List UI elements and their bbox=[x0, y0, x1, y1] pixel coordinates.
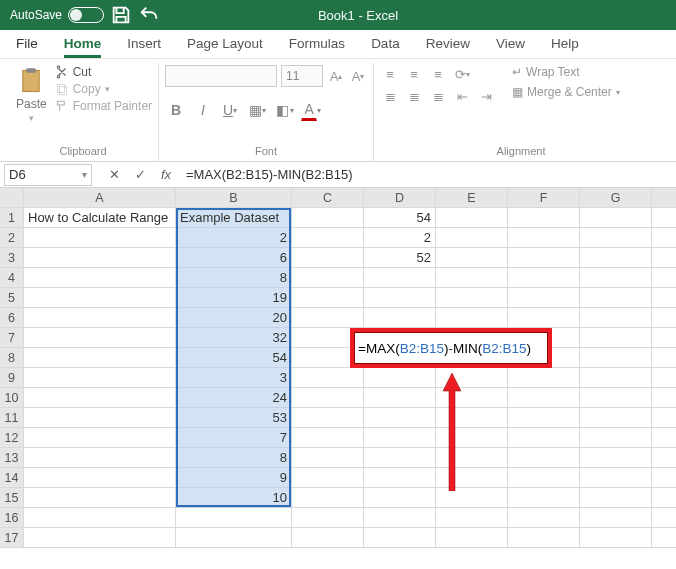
cell-G11[interactable] bbox=[580, 408, 652, 428]
cell-H5[interactable] bbox=[652, 288, 676, 308]
cell-D4[interactable] bbox=[364, 268, 436, 288]
name-box[interactable]: D6 ▾ bbox=[4, 164, 92, 186]
accept-formula-icon[interactable]: ✓ bbox=[128, 164, 152, 186]
cell-G2[interactable] bbox=[580, 228, 652, 248]
tab-review[interactable]: Review bbox=[426, 36, 470, 58]
cell-G3[interactable] bbox=[580, 248, 652, 268]
cell-D17[interactable] bbox=[364, 528, 436, 548]
cell-C1[interactable] bbox=[292, 208, 364, 228]
cell-H6[interactable] bbox=[652, 308, 676, 328]
cell-G15[interactable] bbox=[580, 488, 652, 508]
align-middle-icon[interactable]: ≡ bbox=[404, 65, 424, 83]
cell-C15[interactable] bbox=[292, 488, 364, 508]
italic-button[interactable]: I bbox=[192, 99, 214, 121]
cell-F5[interactable] bbox=[508, 288, 580, 308]
cell-D6[interactable] bbox=[364, 308, 436, 328]
tab-view[interactable]: View bbox=[496, 36, 525, 58]
cell-G8[interactable] bbox=[580, 348, 652, 368]
row-header-3[interactable]: 3 bbox=[0, 248, 24, 268]
cell-H2[interactable] bbox=[652, 228, 676, 248]
cell-E6[interactable] bbox=[436, 308, 508, 328]
increase-font-icon[interactable]: A▴ bbox=[327, 65, 345, 87]
font-name-select[interactable] bbox=[165, 65, 277, 87]
cell-F3[interactable] bbox=[508, 248, 580, 268]
cell-C10[interactable] bbox=[292, 388, 364, 408]
paste-button[interactable]: Paste ▾ bbox=[14, 65, 49, 125]
cell-H11[interactable] bbox=[652, 408, 676, 428]
row-header-15[interactable]: 15 bbox=[0, 488, 24, 508]
cell-G4[interactable] bbox=[580, 268, 652, 288]
spreadsheet-grid[interactable]: ABCDEFGH1How to Calculate RangeExample D… bbox=[0, 188, 676, 548]
row-header-10[interactable]: 10 bbox=[0, 388, 24, 408]
cell-F14[interactable] bbox=[508, 468, 580, 488]
cell-A5[interactable] bbox=[24, 288, 176, 308]
cell-F2[interactable] bbox=[508, 228, 580, 248]
cell-G5[interactable] bbox=[580, 288, 652, 308]
row-header-4[interactable]: 4 bbox=[0, 268, 24, 288]
cell-E4[interactable] bbox=[436, 268, 508, 288]
cell-B3[interactable]: 6 bbox=[176, 248, 292, 268]
cell-D3[interactable]: 52 bbox=[364, 248, 436, 268]
cell-G1[interactable] bbox=[580, 208, 652, 228]
cell-B16[interactable] bbox=[176, 508, 292, 528]
tab-file[interactable]: File bbox=[16, 36, 38, 58]
cell-C3[interactable] bbox=[292, 248, 364, 268]
cell-A6[interactable] bbox=[24, 308, 176, 328]
cell-H10[interactable] bbox=[652, 388, 676, 408]
cell-G7[interactable] bbox=[580, 328, 652, 348]
cell-H3[interactable] bbox=[652, 248, 676, 268]
cell-H17[interactable] bbox=[652, 528, 676, 548]
cell-F4[interactable] bbox=[508, 268, 580, 288]
cell-H12[interactable] bbox=[652, 428, 676, 448]
cell-B2[interactable]: 2 bbox=[176, 228, 292, 248]
cell-B10[interactable]: 24 bbox=[176, 388, 292, 408]
cell-D13[interactable] bbox=[364, 448, 436, 468]
cut-button[interactable]: Cut bbox=[55, 65, 152, 79]
cell-H7[interactable] bbox=[652, 328, 676, 348]
cell-B8[interactable]: 54 bbox=[176, 348, 292, 368]
cell-F6[interactable] bbox=[508, 308, 580, 328]
cell-B13[interactable]: 8 bbox=[176, 448, 292, 468]
row-header-14[interactable]: 14 bbox=[0, 468, 24, 488]
wrap-text-button[interactable]: ↵Wrap Text bbox=[512, 65, 620, 79]
cell-F1[interactable] bbox=[508, 208, 580, 228]
cell-H14[interactable] bbox=[652, 468, 676, 488]
cell-B9[interactable]: 3 bbox=[176, 368, 292, 388]
cell-E3[interactable] bbox=[436, 248, 508, 268]
row-header-11[interactable]: 11 bbox=[0, 408, 24, 428]
cell-B6[interactable]: 20 bbox=[176, 308, 292, 328]
save-icon[interactable] bbox=[110, 4, 132, 26]
align-top-icon[interactable]: ≡ bbox=[380, 65, 400, 83]
orientation-icon[interactable]: ⟳▾ bbox=[452, 65, 472, 83]
align-right-icon[interactable]: ≣ bbox=[428, 87, 448, 105]
cell-B11[interactable]: 53 bbox=[176, 408, 292, 428]
row-header-5[interactable]: 5 bbox=[0, 288, 24, 308]
cell-A1[interactable]: How to Calculate Range bbox=[24, 208, 176, 228]
col-header-A[interactable]: A bbox=[24, 188, 176, 208]
align-bottom-icon[interactable]: ≡ bbox=[428, 65, 448, 83]
underline-button[interactable]: U▾ bbox=[219, 99, 241, 121]
cell-B1[interactable]: Example Dataset bbox=[176, 208, 292, 228]
cell-G14[interactable] bbox=[580, 468, 652, 488]
col-header-C[interactable]: C bbox=[292, 188, 364, 208]
cell-D1[interactable]: 54 bbox=[364, 208, 436, 228]
cell-B5[interactable]: 19 bbox=[176, 288, 292, 308]
merge-center-button[interactable]: ▦Merge & Center▾ bbox=[512, 85, 620, 99]
cell-G16[interactable] bbox=[580, 508, 652, 528]
cell-C14[interactable] bbox=[292, 468, 364, 488]
row-header-6[interactable]: 6 bbox=[0, 308, 24, 328]
cell-F16[interactable] bbox=[508, 508, 580, 528]
cell-C17[interactable] bbox=[292, 528, 364, 548]
cell-F12[interactable] bbox=[508, 428, 580, 448]
cancel-formula-icon[interactable]: ✕ bbox=[102, 164, 126, 186]
font-size-select[interactable] bbox=[281, 65, 323, 87]
cell-A12[interactable] bbox=[24, 428, 176, 448]
col-header-F[interactable]: F bbox=[508, 188, 580, 208]
cell-D12[interactable] bbox=[364, 428, 436, 448]
tab-insert[interactable]: Insert bbox=[127, 36, 161, 58]
cell-A9[interactable] bbox=[24, 368, 176, 388]
cell-A13[interactable] bbox=[24, 448, 176, 468]
decrease-indent-icon[interactable]: ⇤ bbox=[452, 87, 472, 105]
row-header-17[interactable]: 17 bbox=[0, 528, 24, 548]
row-header-1[interactable]: 1 bbox=[0, 208, 24, 228]
